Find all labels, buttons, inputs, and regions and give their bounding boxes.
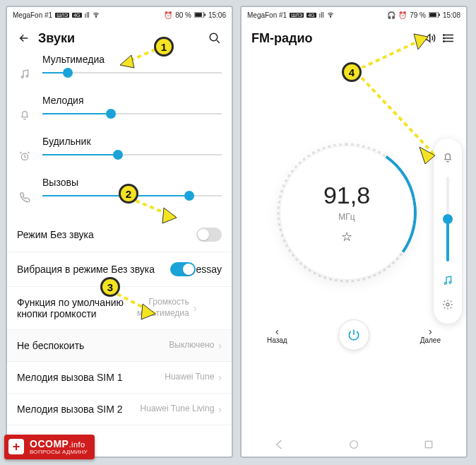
- row-silent-mode[interactable]: Режим Без звука: [7, 218, 232, 252]
- signal-icon: ıll: [319, 11, 324, 19]
- status-bar: MegaFon #1 ШЛЭ 4G ıll ⏰ 80 % 15:06: [7, 7, 232, 23]
- carrier-label: MegaFon #1: [13, 11, 52, 19]
- svg-rect-19: [425, 441, 432, 447]
- svg-rect-10: [429, 13, 436, 17]
- annotation-arrow-4b: [352, 73, 458, 172]
- signal-icon: ıll: [85, 11, 90, 19]
- svg-point-15: [444, 283, 446, 285]
- svg-point-16: [449, 281, 451, 283]
- svg-point-6: [26, 75, 28, 77]
- chevron-right-icon: ›: [218, 340, 222, 351]
- prev-button[interactable]: ‹ Назад: [267, 326, 287, 344]
- svg-point-4: [210, 33, 218, 41]
- toggle-vibrate[interactable]: [170, 262, 196, 276]
- svg-point-8: [330, 17, 331, 18]
- battery-icon: [429, 12, 440, 18]
- row-label: Мелодия вызова SIM 2: [17, 404, 141, 415]
- row-label: Не беспокоить: [17, 340, 169, 351]
- watermark-badge: + OCOMP.info ВОПРОСЫ АДМИНУ: [4, 435, 95, 459]
- annotation-marker-2: 2: [119, 184, 138, 204]
- svg-marker-20: [120, 55, 134, 68]
- power-button[interactable]: [338, 319, 369, 351]
- row-label: Мелодия вызова SIM 1: [17, 372, 165, 383]
- chevron-right-icon: ›: [218, 372, 222, 383]
- slider-ringtone: Мелодия: [17, 95, 222, 123]
- slider-alarm: Будильник: [17, 136, 222, 164]
- svg-rect-11: [439, 13, 440, 16]
- btn-label: Назад: [267, 336, 287, 344]
- row-sim2-ringtone[interactable]: Мелодия вызова SIM 2 Huawei Tune Living …: [7, 394, 232, 425]
- row-value: Huawei Tune: [165, 372, 214, 383]
- phone-sounds: MegaFon #1 ШЛЭ 4G ıll ⏰ 80 % 15:06 Звуки…: [6, 6, 233, 458]
- headphones-icon: 🎧: [387, 11, 395, 19]
- svg-point-17: [446, 303, 449, 306]
- carrier-label: MegaFon #1: [247, 11, 287, 19]
- battery-pct: 79 %: [410, 11, 426, 19]
- annotation-marker-3: 3: [100, 277, 120, 297]
- back-icon[interactable]: [17, 31, 31, 45]
- next-button[interactable]: › Далее: [420, 326, 441, 344]
- slider-label: Мелодия: [42, 95, 222, 106]
- chevron-left-icon: ‹: [275, 326, 279, 336]
- alarm-icon: ⏰: [164, 11, 172, 19]
- fm-controls: ‹ Назад › Далее: [242, 319, 466, 351]
- plus-icon: +: [8, 439, 24, 454]
- slider-track[interactable]: [42, 113, 222, 114]
- battery-icon: [194, 12, 206, 18]
- bell-icon: [17, 107, 32, 123]
- row-label: Вибрация в режиме Без звука: [17, 264, 170, 275]
- volume-sliders: Мультимедиа Мелодия Будильник: [7, 54, 232, 205]
- slider-track[interactable]: [42, 154, 222, 155]
- net-badge: 4G: [72, 13, 81, 18]
- net-badge: 4G: [307, 13, 316, 18]
- music-icon[interactable]: [440, 273, 456, 288]
- nav-bar: [242, 432, 466, 457]
- phone-icon: [17, 189, 32, 205]
- svg-marker-24: [420, 147, 435, 164]
- volume-slider[interactable]: [446, 177, 449, 261]
- svg-marker-23: [414, 34, 428, 49]
- svg-rect-2: [195, 13, 202, 17]
- frequency-unit: МГц: [338, 212, 355, 222]
- status-bar: MegaFon #1 ШЛЭ 4G ıll 🎧 ⏰ 79 % 15:08: [242, 7, 466, 23]
- btn-label: Далее: [420, 336, 441, 344]
- row-vibrate-silent[interactable]: Вибрация в режиме Без звука essay: [7, 252, 232, 287]
- annotation-marker-4: 4: [342, 62, 362, 82]
- clock: 15:08: [443, 11, 460, 19]
- row-value: Huawei Tune Living: [141, 404, 215, 415]
- row-label: Режим Без звука: [17, 229, 196, 240]
- wifi-icon: [327, 11, 334, 18]
- annotation-marker-1: 1: [154, 37, 174, 57]
- slider-label: Будильник: [42, 136, 222, 147]
- svg-point-0: [95, 17, 96, 18]
- alarm-icon: ⏰: [398, 11, 407, 19]
- favorite-icon[interactable]: ☆: [341, 229, 352, 245]
- row-value: Выключено: [169, 340, 214, 351]
- chevron-right-icon: ›: [194, 302, 197, 314]
- nav-back-icon[interactable]: [273, 439, 285, 450]
- chevron-right-icon: ›: [218, 404, 222, 415]
- chevron-right-icon: ›: [429, 326, 432, 336]
- brand-text: OCOMP: [30, 438, 69, 449]
- toggle-silent[interactable]: [196, 228, 222, 242]
- alarm-icon: [17, 148, 32, 164]
- gear-icon[interactable]: [440, 297, 456, 312]
- annotation-arrow-4a: [352, 25, 451, 68]
- row-sim1-ringtone[interactable]: Мелодия вызова SIM 1 Huawei Tune ›: [7, 362, 232, 394]
- brand-tagline: ВОПРОСЫ АДМИНУ: [30, 449, 88, 455]
- clock: 15:06: [208, 11, 226, 19]
- svg-point-18: [350, 441, 358, 449]
- volte-badge: ШЛЭ: [290, 13, 304, 18]
- svg-point-5: [21, 76, 23, 78]
- nav-home-icon[interactable]: [348, 439, 359, 450]
- brand-tld: .info: [69, 440, 85, 449]
- music-icon: [17, 66, 32, 82]
- svg-rect-3: [204, 13, 206, 16]
- volte-badge: ШЛЭ: [55, 13, 69, 18]
- row-dnd[interactable]: Не беспокоить Выключено ›: [7, 330, 232, 362]
- nav-recent-icon[interactable]: [423, 439, 434, 450]
- battery-pct: 80 %: [175, 11, 191, 19]
- search-icon[interactable]: [208, 31, 222, 45]
- frequency-value: 91,8: [323, 182, 370, 209]
- wifi-icon: [93, 11, 100, 18]
